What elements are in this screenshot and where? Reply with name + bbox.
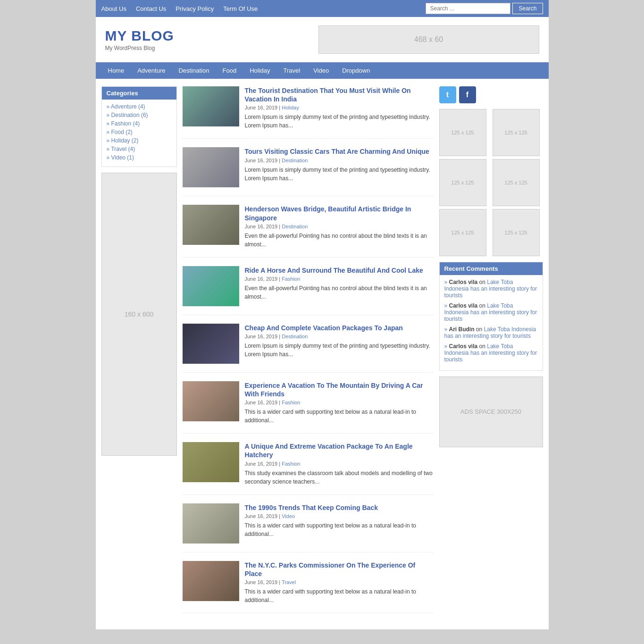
ad-box-6: 125 x 125 — [493, 209, 540, 256]
sidebar-ad-160x600: 160 x 600 — [101, 173, 177, 456]
nav-about-us[interactable]: About Us — [101, 5, 126, 12]
table-row: Cheap And Complete Vacation Packages To … — [183, 324, 434, 373]
categories-title: Categories — [102, 87, 176, 100]
post-title[interactable]: Cheap And Complete Vacation Packages To … — [245, 324, 403, 332]
cat-holiday[interactable]: Holiday (2) — [111, 137, 139, 144]
post-excerpt: Lorem Ipsum is simply dummy text of the … — [245, 342, 434, 359]
cat-destination[interactable]: Destination (6) — [111, 112, 148, 118]
post-excerpt: This is a wider card with supporting tex… — [245, 587, 434, 604]
post-thumbnail — [183, 442, 239, 482]
post-title[interactable]: A Unique And Extreme Vacation Package To… — [245, 443, 413, 459]
table-row: Ride A Horse And Surround The Beautiful … — [183, 266, 434, 315]
nav-term-of-use[interactable]: Term Of Use — [223, 5, 258, 12]
top-bar: About Us Contact Us Privacy Policy Term … — [96, 0, 549, 17]
search-area: Search — [426, 3, 543, 14]
post-thumbnail — [183, 86, 239, 126]
comment-author: Carlos vila — [449, 279, 478, 285]
top-nav: About Us Contact Us Privacy Policy Term … — [101, 5, 258, 12]
site-title: MY BLOG — [105, 28, 174, 44]
recent-comments-title: Recent Comments — [440, 262, 543, 275]
post-category[interactable]: Destination — [282, 158, 308, 163]
list-item: Adventure (4) — [107, 103, 172, 110]
nav-holiday[interactable]: Holiday — [243, 62, 276, 79]
site-header: MY BLOG My WordPress Blog 468 x 60 — [96, 17, 549, 62]
comment-author: Ari Budin — [449, 326, 475, 333]
list-item: Food (2) — [107, 129, 172, 135]
post-body: Tours Visiting Classic Cars That Are Cha… — [245, 147, 434, 187]
nav-video[interactable]: Video — [307, 62, 335, 79]
post-meta: June 16, 2019 | Destination — [245, 224, 434, 229]
site-tagline: My WordPress Blog — [105, 45, 174, 51]
header-ad: 468 x 60 — [318, 25, 539, 54]
post-title[interactable]: Experience A Vacation To The Mountain By… — [245, 382, 423, 398]
post-body: Henderson Waves Bridge, Beautiful Artist… — [245, 205, 434, 248]
post-meta: June 16, 2019 | Fashion — [245, 276, 434, 282]
post-body: The N.Y.C. Parks Commissioner On The Exp… — [245, 561, 434, 604]
nav-privacy-policy[interactable]: Privacy Policy — [176, 5, 214, 12]
post-excerpt: Lorem Ipsum is simply dummy text of the … — [245, 113, 434, 130]
post-meta: June 16, 2019 | Travel — [245, 579, 434, 585]
post-title[interactable]: Ride A Horse And Surround The Beautiful … — [245, 267, 423, 274]
table-row: Experience A Vacation To The Mountain By… — [183, 381, 434, 434]
ads-grid: 125 x 125 125 x 125 125 x 125 125 x 125 … — [439, 109, 543, 256]
nav-home[interactable]: Home — [101, 62, 131, 79]
post-category[interactable]: Destination — [282, 224, 308, 229]
post-category[interactable]: Fashion — [282, 461, 300, 467]
nav-travel[interactable]: Travel — [277, 62, 307, 79]
post-excerpt: This is a wider card with supporting tex… — [245, 521, 434, 538]
sidebar-left: Categories Adventure (4) Destination (6)… — [101, 86, 177, 622]
nav-adventure[interactable]: Adventure — [131, 62, 172, 79]
main-nav: Home Adventure Destination Food Holiday … — [96, 62, 549, 79]
post-category[interactable]: Fashion — [282, 276, 300, 282]
recent-comments: Recent Comments Carlos vila on Lake Toba… — [439, 262, 543, 371]
cat-travel[interactable]: Travel (4) — [111, 146, 135, 152]
table-row: A Unique And Extreme Vacation Package To… — [183, 442, 434, 494]
post-thumbnail — [183, 205, 239, 245]
post-category[interactable]: Travel — [282, 579, 296, 585]
nav-dropdown[interactable]: Dropdown — [335, 62, 376, 79]
post-title[interactable]: Henderson Waves Bridge, Beautiful Artist… — [245, 205, 411, 221]
table-row: The 1990s Trends That Keep Coming Back J… — [183, 503, 434, 552]
social-icons: t f — [439, 86, 543, 103]
nav-food[interactable]: Food — [216, 62, 243, 79]
search-input[interactable] — [426, 3, 510, 14]
post-category[interactable]: Video — [282, 513, 295, 519]
post-meta: June 16, 2019 | Fashion — [245, 461, 434, 467]
categories-list: Adventure (4) Destination (6) Fashion (4… — [102, 100, 176, 167]
post-title[interactable]: The 1990s Trends That Keep Coming Back — [245, 504, 378, 511]
ads-space-300x250: ADS SPACE 300X250 — [439, 376, 543, 447]
twitter-icon[interactable]: t — [439, 86, 456, 103]
post-category[interactable]: Holiday — [282, 105, 299, 110]
post-body: The 1990s Trends That Keep Coming Back J… — [245, 503, 434, 544]
search-button[interactable]: Search — [512, 3, 543, 14]
content-area: Categories Adventure (4) Destination (6)… — [96, 79, 549, 629]
post-category[interactable]: Fashion — [282, 400, 300, 405]
post-excerpt: This study examines the classroom talk a… — [245, 469, 434, 486]
table-row: The Tourist Destination That You Must Vi… — [183, 86, 434, 139]
cat-food[interactable]: Food (2) — [111, 129, 133, 135]
main-content: The Tourist Destination That You Must Vi… — [183, 86, 434, 622]
nav-contact-us[interactable]: Contact Us — [136, 5, 166, 12]
list-item: Travel (4) — [107, 146, 172, 152]
recent-comments-list: Carlos vila on Lake Toba Indonesia has a… — [440, 275, 543, 370]
list-item: Destination (6) — [107, 112, 172, 118]
post-title[interactable]: The Tourist Destination That You Must Vi… — [245, 87, 411, 103]
cat-fashion[interactable]: Fashion (4) — [111, 120, 140, 127]
post-category[interactable]: Destination — [282, 334, 308, 339]
list-item: Video (1) — [107, 154, 172, 161]
post-meta: June 16, 2019 | Destination — [245, 334, 434, 339]
post-excerpt: Lorem Ipsum is simply dummy text of the … — [245, 166, 434, 183]
cat-adventure[interactable]: Adventure (4) — [111, 103, 145, 110]
table-row: The N.Y.C. Parks Commissioner On The Exp… — [183, 561, 434, 613]
post-title[interactable]: Tours Visiting Classic Cars That Are Cha… — [245, 148, 429, 155]
ad-box-4: 125 x 125 — [493, 159, 540, 206]
post-thumbnail — [183, 147, 239, 187]
post-meta: June 16, 2019 | Fashion — [245, 400, 434, 405]
nav-destination[interactable]: Destination — [172, 62, 216, 79]
facebook-icon[interactable]: f — [459, 86, 476, 103]
list-item: Carlos vila on Lake Toba Indonesia has a… — [444, 302, 538, 322]
list-item: Ari Budin on Lake Toba Indonesia has an … — [444, 326, 538, 339]
cat-video[interactable]: Video (1) — [111, 154, 134, 161]
post-title[interactable]: The N.Y.C. Parks Commissioner On The Exp… — [245, 561, 416, 577]
comment-author: Carlos vila — [449, 302, 478, 309]
